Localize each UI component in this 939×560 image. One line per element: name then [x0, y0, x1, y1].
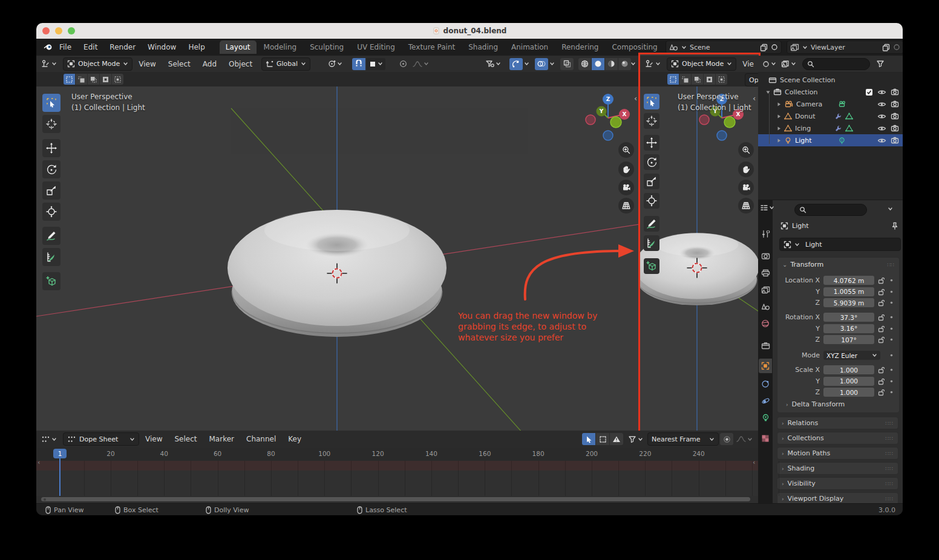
funnel-icon[interactable]: [876, 60, 885, 68]
viewport-menu-object[interactable]: Object: [223, 60, 258, 68]
transform-value-field[interactable]: 1.000: [823, 377, 874, 386]
transform-value-field[interactable]: 3.16°: [823, 324, 874, 333]
properties-tab-texture[interactable]: [759, 431, 772, 446]
transform-value[interactable]: 107°: [841, 336, 856, 343]
move-tool[interactable]: [42, 139, 61, 157]
rotate-tool[interactable]: [644, 154, 659, 170]
dopesheet-menu-key[interactable]: Key: [282, 435, 307, 443]
photo-camera-icon[interactable]: [891, 88, 899, 96]
properties-tab-object-data[interactable]: [759, 411, 772, 425]
panel-shading[interactable]: ›Shading∷∷: [777, 462, 898, 475]
viewlayer-name[interactable]: ViewLayer: [811, 44, 879, 51]
shading-wire-button[interactable]: [578, 58, 592, 70]
transform-value-field[interactable]: XYZ Euler: [823, 351, 880, 360]
photo-camera-icon[interactable]: [891, 112, 899, 120]
chevron-down-icon[interactable]: [771, 61, 776, 67]
object-name-value[interactable]: Light: [805, 241, 822, 249]
timeline-left-arrow[interactable]: ‹: [38, 458, 40, 466]
properties-tab-render[interactable]: [759, 249, 772, 263]
select-box-tool[interactable]: [644, 94, 659, 109]
editor-type-button[interactable]: [645, 59, 661, 68]
transform-value[interactable]: 5.9039 m: [834, 299, 864, 307]
outliner-search[interactable]: [802, 58, 870, 70]
cursor-tool[interactable]: [42, 115, 61, 133]
transform-tool[interactable]: [42, 203, 61, 221]
menubar-item-render[interactable]: Render: [103, 43, 142, 51]
vis-funnel-icon[interactable]: [485, 60, 494, 68]
timeline-scrollbar[interactable]: [41, 497, 750, 501]
chevron-down-icon[interactable]: [872, 353, 877, 358]
transform-value-field[interactable]: 1.0055 m: [823, 287, 874, 296]
checkbox-icon[interactable]: [865, 88, 873, 96]
tri-right-icon[interactable]: [776, 102, 782, 107]
lock-open-icon[interactable]: [878, 299, 885, 307]
pivot-dropdown[interactable]: [328, 60, 342, 68]
rotate-tool[interactable]: [42, 160, 61, 178]
properties-tab-view-layer[interactable]: [759, 282, 772, 297]
playhead-line[interactable]: [59, 457, 61, 496]
select-mode-intersect[interactable]: [716, 74, 727, 85]
new-window-3d-viewport[interactable]: Z Y X User Perspective(1) Collection | L…: [640, 86, 759, 431]
select-mode-extend[interactable]: [679, 74, 692, 85]
shading-render-button[interactable]: [618, 58, 632, 70]
outliner-row-collection[interactable]: Collection: [758, 86, 903, 98]
anim-dot-icon[interactable]: [889, 289, 894, 295]
menubar-item-edit[interactable]: Edit: [77, 43, 103, 51]
measure-tool[interactable]: [644, 235, 659, 251]
zoom-button[interactable]: [618, 142, 634, 158]
lock-open-icon[interactable]: [878, 336, 885, 343]
measure-tool[interactable]: [42, 248, 61, 266]
copy-id-icon[interactable]: [760, 44, 768, 51]
viewlayer-browse-icon[interactable]: [790, 44, 799, 51]
workspace-tab-rendering[interactable]: Rendering: [555, 41, 604, 54]
tri-down-icon[interactable]: [765, 90, 771, 95]
chevron-down-icon[interactable]: [655, 61, 661, 67]
photo-camera-icon[interactable]: [891, 137, 899, 144]
lock-open-icon[interactable]: [878, 325, 885, 333]
workspace-tab-compositing[interactable]: Compositing: [606, 41, 663, 54]
viewport-menu-select[interactable]: Select: [162, 60, 197, 68]
tri-right-icon[interactable]: [776, 138, 782, 143]
timeline-right-arrow[interactable]: ‹: [753, 458, 755, 466]
move-tool[interactable]: [644, 135, 659, 151]
menubar-item-help[interactable]: Help: [182, 43, 211, 51]
x-icon[interactable]: [893, 44, 900, 51]
camera-view-button[interactable]: [738, 180, 754, 195]
delta-transform-toggle[interactable]: ›Delta Transform: [786, 400, 845, 408]
prop-edit-icon[interactable]: [399, 60, 407, 68]
transform-value[interactable]: 1.000: [840, 389, 858, 396]
overlay-btn[interactable]: [535, 58, 548, 70]
falloff-icon[interactable]: [736, 435, 746, 443]
workspace-tab-shading[interactable]: Shading: [462, 41, 504, 54]
snap-toggle-button[interactable]: [352, 58, 365, 70]
lock-open-icon[interactable]: [878, 366, 885, 374]
list-icon[interactable]: [762, 60, 770, 68]
viewport-menu-add[interactable]: Add: [197, 60, 223, 68]
photos-icon[interactable]: [781, 60, 790, 68]
eye-icon[interactable]: [877, 101, 886, 108]
anim-dot-icon[interactable]: [889, 353, 894, 358]
orthographic-grid-button[interactable]: [618, 198, 634, 213]
select-mode-intersect[interactable]: [112, 74, 123, 85]
chevron-down-icon[interactable]: [496, 61, 501, 67]
transform-value[interactable]: 1.0055 m: [834, 288, 864, 295]
anim-dot-icon[interactable]: [889, 314, 894, 320]
workspace-tab-modeling[interactable]: Modeling: [258, 41, 303, 54]
chevron-down-icon[interactable]: [549, 61, 555, 67]
chevron-down-icon[interactable]: [747, 437, 753, 442]
menubar-item-window[interactable]: Window: [142, 43, 182, 51]
lock-open-icon[interactable]: [878, 277, 885, 284]
chevron-down-icon[interactable]: [51, 61, 57, 67]
tri-right-icon[interactable]: [776, 126, 782, 131]
lock-open-icon[interactable]: [878, 378, 885, 385]
select-mode-subtract[interactable]: [88, 74, 100, 85]
select-mode-invert[interactable]: [704, 74, 716, 85]
outliner-row-camera[interactable]: Camera: [758, 98, 903, 110]
menubar-item-file[interactable]: File: [53, 43, 77, 51]
anim-dot-icon[interactable]: [889, 367, 894, 373]
navigation-gizmo[interactable]: Z Y X: [586, 94, 630, 140]
chevron-down-icon[interactable]: [802, 45, 808, 50]
snap-target-dropdown[interactable]: [367, 58, 385, 70]
transform-value-field[interactable]: 1.000: [823, 388, 874, 397]
chevron-down-icon[interactable]: [424, 61, 429, 67]
